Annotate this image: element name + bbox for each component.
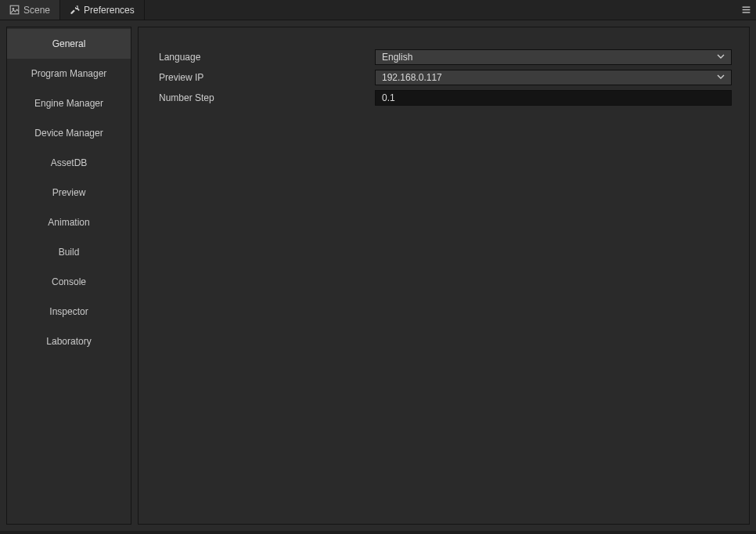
svg-rect-3 <box>742 9 750 10</box>
select-preview-ip-value: 192.168.0.117 <box>382 72 442 83</box>
sidebar-item-engine-manager[interactable]: Engine Manager <box>7 88 131 118</box>
sidebar-item-animation[interactable]: Animation <box>7 207 131 237</box>
svg-point-1 <box>13 8 15 10</box>
sidebar-item-label: Preview <box>52 187 86 198</box>
tools-icon <box>70 5 80 15</box>
tab-scene-label: Scene <box>23 5 50 16</box>
tab-scene[interactable]: Scene <box>0 0 60 20</box>
sidebar-item-label: Laboratory <box>46 336 91 347</box>
sidebar-item-device-manager[interactable]: Device Manager <box>7 118 131 148</box>
sidebar-item-preview[interactable]: Preview <box>7 178 131 207</box>
sidebar-item-label: Console <box>52 276 86 287</box>
sidebar-item-label: Animation <box>48 217 89 228</box>
sidebar-item-label: Inspector <box>49 306 88 317</box>
label-language: Language <box>156 52 375 63</box>
chevron-down-icon <box>717 52 725 63</box>
sidebar-item-console[interactable]: Console <box>7 267 131 297</box>
preferences-sidebar: General Program Manager Engine Manager D… <box>6 27 131 525</box>
sidebar-item-build[interactable]: Build <box>7 237 131 267</box>
sidebar-item-assetdb[interactable]: AssetDB <box>7 148 131 178</box>
sidebar-item-laboratory[interactable]: Laboratory <box>7 327 131 356</box>
label-number-step: Number Step <box>156 92 375 103</box>
tab-bar: Scene Preferences <box>0 0 756 20</box>
select-language[interactable]: English <box>375 49 732 65</box>
sidebar-item-label: Engine Manager <box>34 98 103 109</box>
svg-rect-2 <box>742 6 750 7</box>
select-preview-ip[interactable]: 192.168.0.117 <box>375 70 732 85</box>
tabbar-spacer <box>145 0 736 20</box>
tabbar-menu-button[interactable] <box>736 0 756 20</box>
tab-preferences-label: Preferences <box>84 5 135 16</box>
label-preview-ip: Preview IP <box>156 72 375 83</box>
select-language-value: English <box>382 52 412 63</box>
sidebar-item-label: Program Manager <box>31 68 107 79</box>
sidebar-item-program-manager[interactable]: Program Manager <box>7 59 131 88</box>
hamburger-icon <box>741 5 751 15</box>
chevron-down-icon <box>717 72 725 83</box>
footer-bar <box>0 531 756 534</box>
scene-icon <box>9 5 20 15</box>
row-language: Language English <box>156 49 732 65</box>
sidebar-item-label: AssetDB <box>51 157 88 168</box>
row-preview-ip: Preview IP 192.168.0.117 <box>156 70 732 85</box>
svg-rect-4 <box>742 12 750 13</box>
input-number-step-value: 0.1 <box>382 92 395 103</box>
row-number-step: Number Step 0.1 <box>156 90 732 106</box>
sidebar-item-label: Build <box>59 247 80 258</box>
preferences-panel: Language English Preview IP 192.168.0.11… <box>138 27 750 525</box>
sidebar-item-label: General <box>52 38 86 49</box>
input-number-step[interactable]: 0.1 <box>375 90 732 106</box>
sidebar-item-label: Device Manager <box>34 128 103 139</box>
sidebar-item-inspector[interactable]: Inspector <box>7 297 131 327</box>
tab-preferences[interactable]: Preferences <box>60 0 145 20</box>
sidebar-item-general[interactable]: General <box>7 29 131 59</box>
